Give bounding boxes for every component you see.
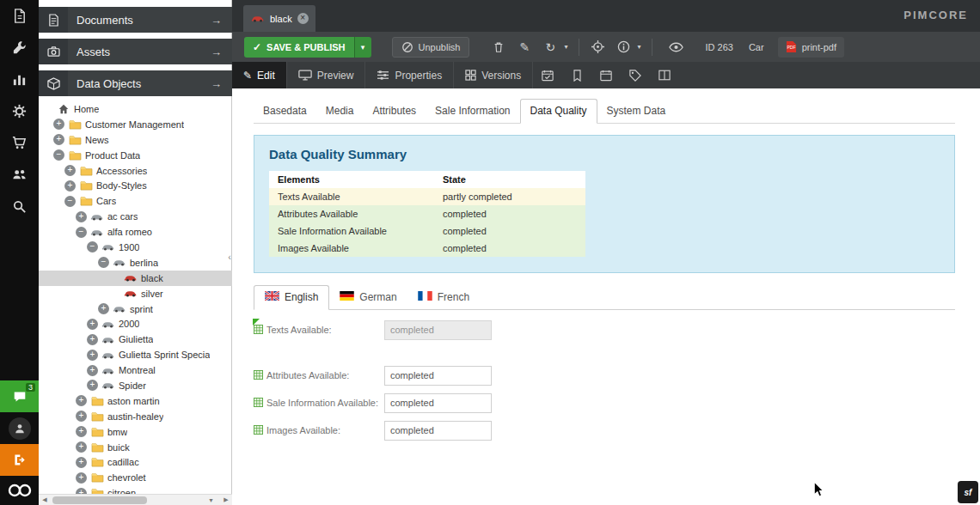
tree-item-spider[interactable]: +Spider	[39, 378, 232, 393]
expand-icon[interactable]: +	[76, 211, 87, 222]
info-button[interactable]	[613, 37, 634, 58]
delete-button[interactable]	[488, 37, 509, 58]
tree-item-chevrolet[interactable]: +chevrolet	[39, 470, 232, 485]
tags-button[interactable]	[621, 62, 650, 88]
tree-item-sprint[interactable]: +sprint	[39, 301, 232, 317]
reports-panel-icon[interactable]	[0, 64, 39, 95]
tab-attributes[interactable]: Attributes	[363, 100, 426, 123]
tree-item-product-data[interactable]: −Product Data	[39, 148, 232, 163]
images-available-input[interactable]	[384, 421, 492, 441]
profiler-toggle-button[interactable]: sf	[958, 481, 978, 503]
tab-properties[interactable]: Properties	[365, 62, 454, 88]
close-icon[interactable]: ×	[297, 13, 309, 24]
expand-icon[interactable]: +	[87, 380, 98, 391]
locate-in-tree-button[interactable]	[587, 37, 608, 58]
scrollbar-track[interactable]	[51, 496, 220, 504]
attributes-available-input[interactable]	[384, 366, 492, 386]
tab-media[interactable]: Media	[316, 100, 364, 123]
tab-system-data[interactable]: System Data	[597, 100, 676, 123]
tree-item-montreal[interactable]: +Montreal	[39, 362, 232, 378]
sidebar-horizontal-scrollbar[interactable]: ◀ ▶	[39, 494, 232, 505]
collapse-icon[interactable]: −	[76, 227, 87, 238]
expand-icon[interactable]: +	[53, 119, 64, 130]
tree-item-austin-healey[interactable]: +austin-healey	[39, 409, 232, 424]
sale-information-available-input[interactable]	[384, 393, 492, 413]
tab-edit[interactable]: ✎ Edit	[232, 62, 287, 88]
logout-button[interactable]	[0, 444, 39, 476]
save-publish-button[interactable]: ✓ SAVE & PUBLISH ▾	[244, 37, 371, 58]
expand-icon[interactable]: +	[76, 441, 87, 453]
ecommerce-panel-icon[interactable]	[0, 127, 39, 159]
tab-versions[interactable]: Versions	[454, 62, 533, 88]
chat-button[interactable]: 3	[0, 380, 39, 412]
tree-item-silver[interactable]: silver	[39, 286, 232, 301]
tree-item-citroen[interactable]: +citroen	[39, 485, 232, 494]
info-dropdown-button[interactable]: ▾	[634, 37, 644, 58]
tree-item-berlina[interactable]: −berlina	[39, 255, 232, 271]
unpublish-button[interactable]: Unpublish	[392, 37, 470, 58]
documents-panel-icon[interactable]	[0, 0, 39, 32]
expand-icon[interactable]: +	[87, 350, 98, 361]
expand-icon[interactable]: +	[64, 180, 76, 192]
customers-panel-icon[interactable]	[0, 159, 39, 191]
rename-button[interactable]: ✎	[514, 37, 535, 58]
tools-panel-icon[interactable]	[0, 32, 39, 64]
expand-icon[interactable]: +	[87, 334, 98, 345]
schedule-button[interactable]	[533, 62, 562, 88]
reload-button[interactable]: ↻	[540, 37, 560, 58]
scroll-down-icon[interactable]: ▼	[208, 497, 214, 503]
expand-icon[interactable]: +	[76, 472, 87, 484]
expand-icon[interactable]: +	[64, 165, 76, 176]
tab-sale-information[interactable]: Sale Information	[426, 100, 519, 123]
tree-item-giulietta[interactable]: +Giulietta	[39, 332, 232, 347]
tree-item-2000[interactable]: +2000	[39, 316, 232, 332]
print-pdf-button[interactable]: PDF print-pdf	[778, 37, 844, 58]
tab-black[interactable]: black ×	[243, 5, 315, 32]
layout-button[interactable]	[650, 62, 679, 88]
notes-events-button[interactable]	[591, 62, 621, 88]
language-tab-english[interactable]: English	[254, 285, 329, 310]
expand-icon[interactable]: +	[53, 134, 64, 145]
scroll-left-icon[interactable]: ◀	[39, 496, 51, 503]
scrollbar-thumb[interactable]	[52, 496, 147, 504]
expand-icon[interactable]: +	[76, 395, 87, 406]
tree-item-cars[interactable]: −Cars	[39, 193, 232, 209]
sidebar-collapse-handle[interactable]: ‹	[226, 246, 233, 268]
sidebar-section-assets[interactable]: Assets →	[39, 39, 232, 64]
tab-preview[interactable]: Preview	[287, 62, 366, 88]
expand-icon[interactable]: +	[76, 411, 87, 422]
tab-data-quality[interactable]: Data Quality	[520, 99, 597, 124]
sidebar-section-documents[interactable]: Documents →	[39, 7, 232, 33]
settings-panel-icon[interactable]	[0, 95, 39, 127]
tree-item-black[interactable]: black	[39, 271, 232, 286]
tree-item-gulietta-sprint-specia[interactable]: +Gulietta Sprint Specia	[39, 347, 232, 362]
tree-item-aston-martin[interactable]: +aston martin	[39, 393, 232, 409]
tree-item-alfa-romeo[interactable]: −alfa romeo	[39, 224, 232, 240]
expand-icon[interactable]: +	[87, 319, 98, 330]
expand-icon[interactable]: +	[76, 488, 87, 494]
search-panel-icon[interactable]	[0, 191, 39, 222]
scroll-right-icon[interactable]: ▶	[220, 496, 232, 503]
tree-item-home[interactable]: Home	[39, 101, 232, 117]
reload-dropdown-button[interactable]: ▾	[560, 37, 571, 58]
tab-basedata[interactable]: Basedata	[254, 100, 316, 123]
sidebar-section-data-objects[interactable]: Data Objects →	[39, 70, 232, 96]
collapse-icon[interactable]: −	[64, 196, 76, 207]
tree-item-cadillac[interactable]: +cadillac	[39, 454, 232, 470]
tree-item-customer-management[interactable]: +Customer Management	[39, 117, 232, 132]
open-preview-button[interactable]	[665, 37, 686, 58]
expand-icon[interactable]: +	[98, 303, 109, 314]
save-dropdown-button[interactable]: ▾	[354, 37, 371, 58]
bookmark-button[interactable]	[562, 62, 591, 88]
collapse-icon[interactable]: −	[98, 257, 109, 268]
collapse-icon[interactable]: −	[87, 241, 98, 252]
tree-item-accessories[interactable]: +Accessories	[39, 163, 232, 179]
language-tab-german[interactable]: German	[329, 286, 407, 309]
tree-item-buick[interactable]: +buick	[39, 440, 232, 455]
language-tab-french[interactable]: French	[407, 286, 480, 309]
expand-icon[interactable]: +	[76, 457, 87, 468]
tree-item-news[interactable]: +News	[39, 132, 232, 148]
tree-item-body-styles[interactable]: +Body-Styles	[39, 178, 232, 193]
expand-icon[interactable]: +	[87, 365, 98, 376]
user-button[interactable]	[0, 412, 39, 444]
